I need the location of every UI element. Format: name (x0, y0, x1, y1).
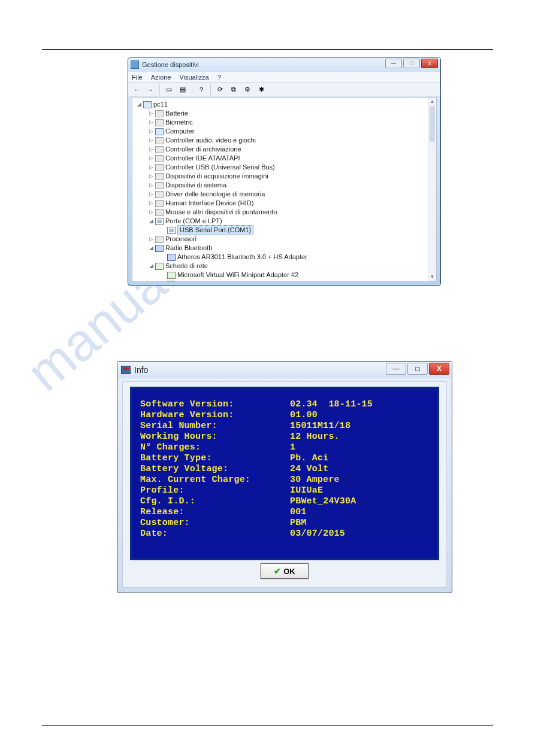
toolbar-extra-1-icon[interactable]: ⚙ (241, 84, 253, 96)
help-icon[interactable]: ? (195, 84, 207, 96)
expander-icon[interactable]: ▷ (148, 172, 154, 181)
expander-icon[interactable]: ▷ (148, 208, 154, 217)
node-label: Dispositivi di acquisizione immagini (165, 172, 268, 181)
tree-item-bluetooth[interactable]: ◢Radio Bluetooth (134, 244, 435, 253)
maximize-button[interactable]: □ (407, 363, 428, 375)
minimize-button[interactable]: — (385, 59, 402, 68)
title-bar[interactable]: Gestione dispositivi — □ X (128, 57, 440, 72)
tree-item[interactable]: ▷Processori (134, 235, 435, 244)
scroll-up-icon[interactable]: ▲ (428, 98, 436, 106)
tree-item[interactable]: ▷Mouse e altri dispositivi di puntamento (134, 208, 435, 217)
expander-icon[interactable]: ◢ (136, 100, 142, 109)
expander-icon[interactable]: ◢ (148, 244, 154, 253)
properties-icon[interactable]: ▤ (177, 84, 189, 96)
menu-visualizza[interactable]: Visualizza (179, 74, 208, 81)
scroll-thumb[interactable] (430, 106, 435, 142)
info-key: Hardware Version: (140, 410, 290, 421)
node-label: Mouse e altri dispositivi di puntamento (165, 208, 277, 217)
tree-item[interactable]: ▷Batterie (134, 109, 435, 118)
battery-icon (155, 110, 164, 117)
page-rule-bottom (42, 725, 493, 726)
info-row: Software Version:02.34 18-11-15 (140, 399, 429, 410)
tree-item[interactable]: ▷Controller USB (Universal Serial Bus) (134, 163, 435, 172)
toolbar-separator (192, 84, 192, 95)
tree-item[interactable]: ▷Controller di archiviazione (134, 145, 435, 154)
minimize-button[interactable]: — (386, 363, 406, 375)
refresh-icon[interactable]: ⟳ (214, 84, 226, 96)
title-bar[interactable]: Info — □ X (117, 362, 452, 378)
menu-bar: File Azione Visualizza ? (128, 72, 440, 83)
expander-icon[interactable]: ▷ (148, 154, 154, 163)
toolbar-extra-2-icon[interactable]: ✱ (255, 84, 267, 96)
info-key: Working Hours: (140, 432, 290, 442)
tree-item[interactable]: ▷Driver delle tecnologie di memoria (134, 190, 435, 199)
expander-icon[interactable]: ▷ (148, 235, 154, 244)
info-key: Date: (140, 529, 290, 539)
tree-item[interactable]: ▷Dispositivi di sistema (134, 181, 435, 190)
tree-item-ports[interactable]: ◢Porte (COM e LPT) (134, 217, 435, 226)
tree-item[interactable]: ▷Controller audio, video e giochi (134, 136, 435, 145)
info-row: Profile:IUIUaE (140, 485, 429, 496)
expander-icon[interactable]: ▷ (148, 163, 154, 172)
expander-icon[interactable]: ▷ (148, 181, 154, 190)
menu-help[interactable]: ? (217, 74, 221, 81)
info-value: 03/07/2015 (290, 529, 345, 539)
info-row: Date:03/07/2015 (140, 529, 429, 539)
info-value: PBM (290, 518, 307, 529)
tree-item[interactable]: ▷Human Interface Device (HID) (134, 199, 435, 208)
scroll-down-icon[interactable]: ▼ (428, 273, 436, 281)
network-adapter-icon (167, 272, 176, 279)
vertical-scrollbar[interactable]: ▲ ▼ (428, 98, 436, 281)
tree-item-network[interactable]: ◢Schede di rete (134, 262, 435, 271)
scan-icon[interactable]: ⧉ (228, 84, 240, 96)
expander-icon[interactable]: ▷ (148, 109, 154, 118)
tree-item[interactable]: Microsoft Virtual WiFi Miniport Adapter … (134, 271, 435, 280)
expander-icon[interactable]: ◢ (148, 217, 154, 226)
node-label: Biometric (165, 118, 193, 127)
close-button[interactable]: X (429, 363, 449, 375)
tree-item-usb-serial[interactable]: USB Serial Port (COM1) (134, 226, 435, 235)
ok-button[interactable]: ✔ OK (261, 563, 309, 579)
tree-item[interactable]: ▷Computer (134, 127, 435, 136)
up-icon[interactable]: ▭ (163, 84, 175, 96)
expander-icon[interactable]: ▷ (148, 199, 154, 208)
processor-icon (155, 236, 164, 243)
expander-icon[interactable]: ▷ (148, 127, 154, 136)
tree-root[interactable]: ◢pc11 (134, 100, 435, 109)
computer-icon (143, 101, 152, 108)
tree-item[interactable]: Atheros AR3011 Bluetooth 3.0 + HS Adapte… (134, 253, 435, 262)
info-value: Pb. Aci (290, 453, 328, 464)
node-label: Microsoft Virtual WiFi Miniport Adapter … (177, 271, 298, 280)
info-value: 24 Volt (290, 464, 328, 475)
node-label: Controller di archiviazione (165, 145, 241, 154)
info-dialog-window: Info — □ X Software Version:02.34 18-11-… (117, 361, 452, 593)
info-key: N° Charges: (140, 442, 290, 453)
bluetooth-adapter-icon (167, 254, 176, 261)
info-value: 30 Ampere (290, 475, 340, 485)
expander-icon[interactable]: ▷ (148, 145, 154, 154)
tree-pane: ◢pc11 ▷Batterie ▷Biometric ▷Computer ▷Co… (132, 97, 437, 282)
expander-icon[interactable]: ▷ (148, 136, 154, 145)
tree-item[interactable]: ▷Dispositivi di acquisizione immagini (134, 172, 435, 181)
expander-icon[interactable]: ▷ (148, 118, 154, 127)
expander-icon[interactable]: ◢ (148, 262, 154, 271)
tree-item[interactable]: ▷Controller IDE ATA/ATAPI (134, 154, 435, 163)
back-icon[interactable]: ← (131, 84, 143, 96)
network-icon (155, 263, 164, 270)
forward-icon[interactable]: → (144, 84, 156, 96)
menu-file[interactable]: File (132, 74, 143, 81)
usb-controller-icon (155, 164, 164, 171)
close-button[interactable]: X (421, 59, 438, 68)
menu-azione[interactable]: Azione (151, 74, 171, 81)
tree-item[interactable]: ▷Biometric (134, 118, 435, 127)
info-row: Max. Current Charge:30 Ampere (140, 475, 429, 485)
expander-icon[interactable]: ▷ (148, 190, 154, 199)
info-value: 1 (290, 442, 295, 453)
biometric-icon (155, 119, 164, 126)
info-row: Battery Voltage:24 Volt (140, 464, 429, 475)
node-label-selected: USB Serial Port (COM1) (177, 225, 253, 235)
maximize-button[interactable]: □ (403, 59, 420, 68)
ok-button-label: OK (283, 567, 295, 576)
device-tree[interactable]: ◢pc11 ▷Batterie ▷Biometric ▷Computer ▷Co… (132, 98, 436, 282)
tree-item[interactable]: Qualcomm Atheros AR9285 802.11b/g/n WiFi… (134, 280, 435, 282)
